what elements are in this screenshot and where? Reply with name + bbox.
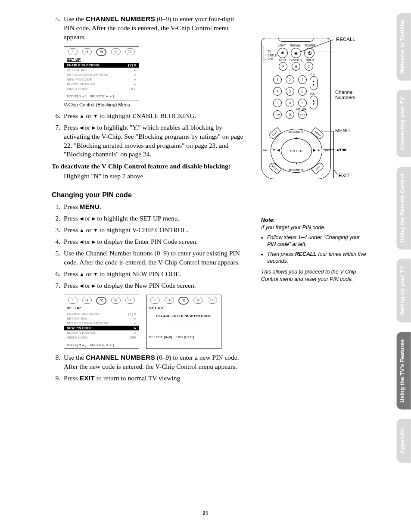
note-tail: This allows you to proceed to the V-Chip… xyxy=(261,268,369,283)
osd-pin-entry: ⎚◑⚒▤CC SET UP PLEASE ENTER NEW PIN CODE … xyxy=(146,295,221,349)
num-1[interactable]: 1 xyxy=(273,75,282,84)
svg-line-1 xyxy=(333,169,338,175)
s2-step7: Press ◀ or ▶ to display the New PIN Code… xyxy=(62,281,246,290)
tab-remote[interactable]: Using the Remote Control xyxy=(397,167,411,249)
s2-step1: Press MENU. xyxy=(62,202,246,212)
num-0[interactable]: 0 xyxy=(286,110,294,119)
callout-menu: MENU xyxy=(335,128,350,133)
s2-step3: Press ▲ or ▼ to highlight V-CHIP CONTROL… xyxy=(62,226,246,235)
num-8[interactable]: 8 xyxy=(286,99,294,107)
num-2[interactable]: 2 xyxy=(286,75,294,84)
ch-rocker[interactable]: ▲▼ xyxy=(310,76,318,90)
light-button[interactable]: ✺ xyxy=(277,48,288,58)
capt-button[interactable]: CAPT xyxy=(268,127,282,140)
section-tabs: Welcome to Toshiba Connecting your TV Us… xyxy=(385,13,411,463)
tab-welcome[interactable]: Welcome to Toshiba xyxy=(397,13,411,81)
num-7[interactable]: 7 xyxy=(273,99,282,107)
s2-step5: Use the Channel Number buttons (0–9) to … xyxy=(62,249,246,267)
mode-selector[interactable]: TV CABLE VCR xyxy=(265,50,277,61)
tab-connecting[interactable]: Connecting your TV xyxy=(397,90,411,157)
s2-step8: Use the CHANNEL NUMBERS (0–9) to enter a… xyxy=(62,353,246,371)
note-intro: If you forget your PIN code: xyxy=(261,224,369,231)
osd-menu-2: ⎚◑⚒▤CC SET UP ENABLE BLOCKING[Y] N SET R… xyxy=(64,295,139,349)
timer-button[interactable]: ⏲ xyxy=(305,62,313,71)
tab-features[interactable]: Using the TV's Features xyxy=(397,332,411,410)
note-bullet-1: Follow steps 1–4 under "Changing your PI… xyxy=(267,234,369,248)
menu-button[interactable]: MENU xyxy=(311,127,325,140)
svg-line-0 xyxy=(300,40,333,52)
num-9[interactable]: 9 xyxy=(298,99,307,107)
s2-step9: Press EXIT to return to normal TV viewin… xyxy=(62,374,246,383)
reset-button[interactable]: RESET xyxy=(268,162,282,174)
note-bullet-2: Then press RECALL four times within five… xyxy=(267,251,369,265)
osd-menu-1: ⎚◑⚒▤CC SET UP ENABLE BLOCKING[Y] N SET R… xyxy=(64,46,139,100)
deactivate-body: Highlight "N" in step 7 above. xyxy=(64,172,246,181)
callout-arrows: ▴▾◂▸ xyxy=(336,146,347,152)
right-column: LIGHT RECALL POWER ✺ ◉ ⏻ TV CABLE VCR MU… xyxy=(261,15,369,385)
step-5: Use the CHANNEL NUMBERS (0–9) to enter y… xyxy=(62,15,246,42)
num-3[interactable]: 3 xyxy=(298,75,307,84)
num-6[interactable]: 6 xyxy=(298,87,307,96)
num-5[interactable]: 5 xyxy=(286,87,294,96)
tab-appendix[interactable]: Appendix xyxy=(397,419,411,463)
osd-1-caption: V-Chip Control (Blocking) Menu xyxy=(64,102,246,107)
s2-step6: Press ▲ or ▼ to highlight NEW PIN CODE. xyxy=(62,270,246,279)
remote-diagram: LIGHT RECALL POWER ✺ ◉ ⏻ TV CABLE VCR MU… xyxy=(261,38,369,191)
deactivate-heading: To deactivate the V-Chip Control feature… xyxy=(52,162,246,170)
s2-step2: Press ◀ or ▶ to highlight the SET UP men… xyxy=(62,214,246,223)
vol-rocker[interactable]: ▲▼ xyxy=(310,96,318,109)
main-text-column: Use the CHANNEL NUMBERS (0–9) to enter y… xyxy=(52,15,246,385)
step-6: Press ▲ or ▼ to highlight ENABLE BLOCKIN… xyxy=(62,112,246,121)
callout-numbers: Channel Numbers xyxy=(335,90,355,100)
callout-recall: RECALL xyxy=(336,37,355,42)
page-number: 21 xyxy=(202,510,208,516)
note-title: Note: xyxy=(261,217,369,223)
num-4[interactable]: 4 xyxy=(273,87,282,96)
dpad: CAPT MENU RESET EXIT ADV/ PIP CH ▲ FAV ▼… xyxy=(271,129,322,173)
section-changing-pin: Changing your PIN code xyxy=(52,191,246,199)
tab-setting-up[interactable]: Setting up your TV xyxy=(397,259,411,323)
mute-button[interactable]: ✕ xyxy=(279,62,287,71)
ent-button[interactable]: ENT xyxy=(298,110,307,119)
exit-button[interactable]: EXIT xyxy=(311,162,325,174)
osd-pair: ⎚◑⚒▤CC SET UP ENABLE BLOCKING[Y] N SET R… xyxy=(64,295,246,349)
s2-step4: Press ◀ or ▶ to display the Enter PIN Co… xyxy=(62,237,246,246)
step-7: Press ◀ or ▶ to highlight "Y," which ena… xyxy=(62,123,246,159)
num-100[interactable]: 100 xyxy=(273,110,282,119)
enter-button[interactable]: ENTER xyxy=(281,138,312,163)
tvvideo-button[interactable]: ⊕ xyxy=(292,62,300,71)
